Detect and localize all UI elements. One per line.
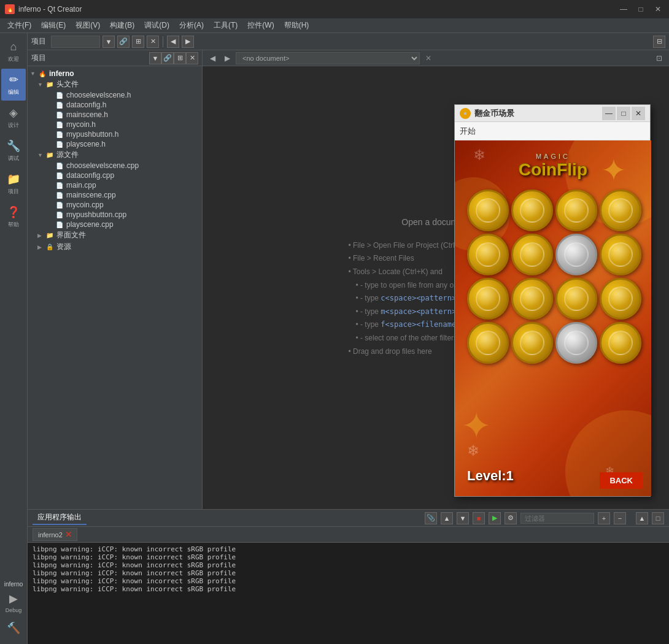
coin-3-0[interactable] (467, 322, 509, 364)
back-nav-btn[interactable]: ◀ (167, 36, 179, 48)
sidebar-item-help[interactable]: ❓ 帮助 (1, 201, 26, 233)
back-button[interactable]: BACK (600, 472, 643, 489)
game-maximize-btn[interactable]: □ (617, 107, 630, 120)
coin-3-1[interactable] (511, 322, 553, 364)
sidebar-item-edit[interactable]: ✏ 编辑 (1, 69, 26, 101)
output-run-btn[interactable]: ▶ (489, 512, 501, 524)
menu-help[interactable]: 帮助(H) (279, 19, 314, 32)
doc-selector[interactable]: <no document> (236, 52, 420, 64)
menu-view[interactable]: 视图(V) (71, 19, 105, 32)
coin-0-3[interactable] (600, 190, 641, 231)
titlebar: 🔥 inferno - Qt Creator — □ ✕ (0, 0, 669, 18)
star-deco-1: ✦ (601, 153, 627, 188)
menu-edit[interactable]: 编辑(E) (36, 19, 71, 32)
tree-file-playscene-cpp[interactable]: 📄 playscene.cpp (28, 220, 202, 229)
output-attach-btn[interactable]: 📎 (425, 512, 437, 524)
sidebar-item-project[interactable]: 📁 项目 (1, 168, 26, 200)
output-proc-tab-inferno2[interactable]: inferno2 ✕ (33, 528, 77, 541)
project-filter-btn[interactable]: ▼ (149, 52, 161, 64)
coin-0-1[interactable] (511, 190, 553, 231)
sidebar-item-design[interactable]: ◈ 设计 (1, 102, 26, 134)
maximize-button[interactable]: □ (635, 3, 647, 15)
add-btn[interactable]: ⊞ (132, 36, 144, 48)
filter-btn[interactable]: ▼ (102, 36, 115, 48)
output-collapse-btn[interactable]: ▲ (636, 512, 648, 524)
project-input[interactable] (51, 36, 100, 48)
nav-forward-btn[interactable]: ▶ (221, 52, 233, 64)
close-button[interactable]: ✕ (652, 3, 664, 15)
coin-0-0[interactable] (467, 190, 509, 231)
tree-file-mypushbutton-cpp[interactable]: 📄 mypushbutton.cpp (28, 210, 202, 220)
split-btn[interactable]: ⊟ (653, 36, 665, 48)
folder-ui-name: 界面文件 (56, 230, 86, 240)
design-icon: ◈ (9, 106, 18, 120)
proc-tab-close-btn[interactable]: ✕ (65, 530, 72, 539)
tree-file-playscene-h[interactable]: 📄 playscene.h (28, 139, 202, 149)
sidebar-item-debug[interactable]: 🔧 调试 (1, 135, 26, 167)
nav-back-btn[interactable]: ◀ (206, 52, 218, 64)
h-file-icon2: 📄 (55, 101, 64, 109)
coin-1-2[interactable] (555, 234, 597, 275)
sidebar-item-welcome[interactable]: ⌂ 欢迎 (1, 36, 26, 67)
link-btn[interactable]: 🔗 (117, 36, 130, 48)
menu-debug[interactable]: 调试(D) (139, 19, 174, 32)
close-panel-btn[interactable]: ✕ (147, 36, 159, 48)
tree-file-chooselevelscene-cpp[interactable]: 📄 chooselevelscene.cpp (28, 161, 202, 171)
file-main-cpp-name: main.cpp (66, 181, 96, 190)
menu-controls[interactable]: 控件(W) (242, 19, 279, 32)
sidebar-item-build-btn[interactable]: 🔨 (1, 617, 26, 639)
coin-2-1[interactable] (511, 278, 553, 320)
tree-file-mycoin-h[interactable]: 📄 mycoin.h (28, 120, 202, 129)
output-stop-btn[interactable]: ■ (473, 512, 485, 524)
output-minus-btn[interactable]: − (614, 512, 626, 524)
tree-folder-ui[interactable]: ▶ 📁 界面文件 (28, 229, 202, 241)
output-expand-btn[interactable]: □ (652, 512, 664, 524)
output-add-btn[interactable]: + (598, 512, 610, 524)
coin-3-3[interactable] (600, 322, 641, 364)
tree-folder-sources[interactable]: ▼ 📁 源文件 (28, 149, 202, 161)
coin-0-2[interactable] (555, 190, 597, 231)
tree-file-mypushbutton-h[interactable]: 📄 mypushbutton.h (28, 129, 202, 139)
minimize-button[interactable]: — (617, 3, 630, 15)
root-icon: 🔥 (37, 69, 47, 78)
split-editor-btn[interactable]: ⊡ (653, 52, 665, 64)
game-minimize-btn[interactable]: — (602, 107, 616, 120)
file-mycoin-cpp-name: mycoin.cpp (66, 201, 104, 209)
coin-2-3[interactable] (600, 278, 641, 320)
coin-2-0[interactable] (467, 278, 509, 320)
project-close-btn[interactable]: ✕ (186, 52, 198, 64)
game-close-btn[interactable]: ✕ (632, 107, 645, 120)
coin-3-2[interactable] (555, 322, 597, 364)
coin-1-0[interactable] (467, 234, 509, 275)
tree-file-dataconfig-cpp[interactable]: 📄 dataconfig.cpp (28, 171, 202, 180)
game-start-menu[interactable]: 开始 (460, 126, 476, 137)
tree-file-chooselevelscene-h[interactable]: 📄 chooselevelscene.h (28, 90, 202, 100)
coin-1-1[interactable] (511, 234, 553, 275)
coin-2-2[interactable] (555, 278, 597, 320)
inferno-label: inferno (4, 581, 23, 588)
forward-nav-btn[interactable]: ▶ (182, 36, 194, 48)
menu-tools[interactable]: 工具(T) (209, 19, 242, 32)
output-filter-input[interactable] (520, 513, 594, 524)
menu-build[interactable]: 构建(B) (105, 19, 139, 32)
tree-file-mycoin-cpp[interactable]: 📄 mycoin.cpp (28, 200, 202, 210)
output-tab-app[interactable]: 应用程序输出 (33, 511, 87, 525)
coin-1-3[interactable] (600, 234, 641, 275)
menu-analyze[interactable]: 分析(A) (174, 19, 209, 32)
output-down-btn[interactable]: ▼ (457, 512, 469, 524)
tree-root-inferno[interactable]: ▼ 🔥 inferno (28, 69, 202, 79)
doc-close-btn[interactable]: ✕ (422, 52, 435, 64)
tree-folder-headers[interactable]: ▼ 📁 头文件 (28, 79, 202, 90)
menu-file[interactable]: 文件(F) (2, 19, 36, 32)
tree-file-mainscene-h[interactable]: 📄 mainscene.h (28, 110, 202, 120)
project-add-btn[interactable]: ⊞ (174, 52, 186, 64)
output-settings-btn[interactable]: ⚙ (505, 512, 517, 524)
tree-folder-resources[interactable]: ▶ 🔒 资源 (28, 241, 202, 253)
tree-file-main-cpp[interactable]: 📄 main.cpp (28, 180, 202, 190)
sidebar-item-debug2[interactable]: ▶ Debug (1, 590, 26, 615)
sidebar-icons: ⌂ 欢迎 ✏ 编辑 ◈ 设计 🔧 调试 📁 项目 ❓ 帮助 inferno ▶ (0, 33, 28, 644)
output-up-btn[interactable]: ▲ (441, 512, 453, 524)
tree-file-dataconfig-h[interactable]: 📄 dataconfig.h (28, 100, 202, 110)
project-link-btn[interactable]: 🔗 (161, 52, 174, 64)
tree-file-mainscene-cpp[interactable]: 📄 mainscene.cpp (28, 190, 202, 200)
